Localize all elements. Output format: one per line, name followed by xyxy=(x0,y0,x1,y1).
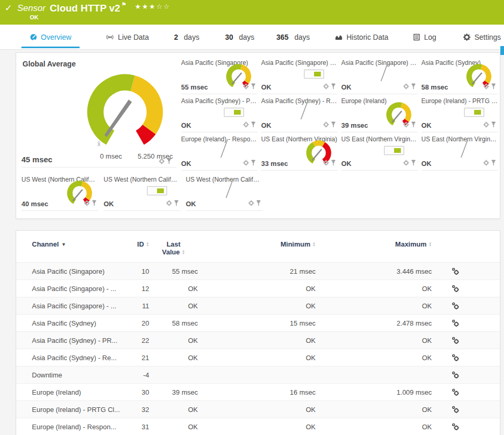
cell-maximum: 2.478 msec xyxy=(316,319,432,327)
tile-pin-icon[interactable] xyxy=(257,200,261,206)
sensor-header: ✓ Sensor Cloud HTTP v2 ⚑ ★★★☆☆ OK xyxy=(0,0,504,25)
cell-id: 30 xyxy=(131,388,149,396)
tile-pin-icon[interactable] xyxy=(252,160,255,166)
column-header-id[interactable]: ID ▲▼ xyxy=(131,240,149,248)
channel-tile[interactable]: Asia Pacific (Sydney) 58 msec xyxy=(421,56,498,94)
tab-365-days[interactable]: 365 days xyxy=(276,25,310,49)
tile-pin-icon[interactable] xyxy=(492,160,496,166)
tile-gear-icon[interactable] xyxy=(166,200,172,206)
channel-tile[interactable]: Asia Pacific (Singapore) 55 msec xyxy=(181,56,257,94)
table-row[interactable]: Asia Pacific (Singapore) - ... 12 OK OK … xyxy=(16,280,500,297)
column-header-minimum[interactable]: Minimum ▲▼ xyxy=(198,240,316,248)
tab-number: 365 xyxy=(276,33,288,41)
table-row[interactable]: Asia Pacific (Singapore) 10 55 msec 21 m… xyxy=(16,262,500,280)
tile-pin-icon[interactable] xyxy=(175,200,178,206)
column-header-last-value[interactable]: Last Value ▲▼ xyxy=(149,240,198,256)
tile-gear-icon[interactable] xyxy=(484,160,489,166)
broadcast-icon xyxy=(106,34,114,41)
tile-pin-icon[interactable] xyxy=(332,84,335,90)
tab-settings[interactable]: Settings xyxy=(463,25,501,49)
cell-channel: Downtime xyxy=(32,371,131,379)
tile-pin-icon[interactable] xyxy=(412,122,416,128)
global-average-tile[interactable]: Global Average x̄ 0 msec 5.250 msec 45 m… xyxy=(21,53,176,168)
channel-tile[interactable]: Asia Pacific (Sydney) - PRTG ... OK xyxy=(181,94,257,132)
tile-gear-icon[interactable] xyxy=(484,122,489,128)
channel-settings-icon[interactable] xyxy=(452,371,460,379)
scrollbar-thumb[interactable] xyxy=(500,46,504,55)
tile-gear-icon[interactable] xyxy=(323,122,329,128)
table-row[interactable]: Europe (Ireland) - Respon... 31 OK OK OK xyxy=(16,418,500,435)
channel-settings-icon[interactable] xyxy=(452,267,460,275)
cell-id: 10 xyxy=(131,267,149,275)
priority-stars[interactable]: ★★★☆☆ xyxy=(135,3,171,10)
status-ok-check-icon: ✓ xyxy=(5,3,12,14)
tile-gear-icon[interactable] xyxy=(249,200,254,206)
channel-settings-icon[interactable] xyxy=(452,337,460,344)
tile-pin-icon[interactable] xyxy=(332,160,335,166)
sort-arrows-icon: ▲▼ xyxy=(182,250,185,255)
tile-gear-icon[interactable] xyxy=(84,200,90,206)
tab-historic-data[interactable]: Historic Data xyxy=(335,25,388,49)
tile-gear-icon[interactable] xyxy=(243,160,249,166)
tab-overview[interactable]: Overview xyxy=(30,25,71,49)
tile-pin-icon[interactable] xyxy=(492,84,496,90)
tab-number: 30 xyxy=(225,33,233,41)
tile-gear-icon[interactable] xyxy=(404,160,409,166)
tile-pin-icon[interactable] xyxy=(332,122,335,128)
channel-tile[interactable]: US West (Northern California)... OK xyxy=(186,173,263,211)
tab-30-days[interactable]: 30 days xyxy=(225,25,254,49)
table-row[interactable]: Europe (Ireland) 30 39 msec 16 msec 1.00… xyxy=(16,383,500,400)
channel-tile[interactable]: US West (Northern California) 40 msec xyxy=(21,173,98,211)
channel-tile[interactable]: US East (Northern Virginia) 33 msec xyxy=(261,132,338,171)
channel-tile[interactable]: Europe (Ireland) - PRTG Cloud... OK xyxy=(421,94,498,132)
channel-tile[interactable]: US East (Northern Virginia) - ... OK xyxy=(421,132,498,171)
tab-live-data[interactable]: Live Data xyxy=(106,25,149,49)
column-header-maximum[interactable]: Maximum ▲▼ xyxy=(316,240,432,248)
table-row[interactable]: Asia Pacific (Sydney) - Re... 21 OK OK O… xyxy=(16,349,500,366)
cell-channel: Asia Pacific (Singapore) - ... xyxy=(32,302,131,310)
tile-pin-icon[interactable] xyxy=(252,122,255,128)
tile-gear-icon[interactable] xyxy=(243,122,249,128)
channel-settings-icon[interactable] xyxy=(452,354,460,362)
tile-gear-icon[interactable] xyxy=(159,159,165,164)
channel-settings-icon[interactable] xyxy=(452,302,460,310)
channel-settings-icon[interactable] xyxy=(452,423,460,431)
channel-settings-icon[interactable] xyxy=(452,406,460,414)
tab-label: days xyxy=(239,33,254,41)
channel-settings-icon[interactable] xyxy=(452,388,460,396)
column-header-channel[interactable]: Channel ▼ xyxy=(32,240,131,248)
tile-pin-icon[interactable] xyxy=(252,84,255,90)
channel-tile[interactable]: US West (Northern California)... OK xyxy=(104,173,181,211)
cell-minimum: 15 msec xyxy=(198,319,316,327)
tab-label: days xyxy=(294,33,310,41)
tile-pin-icon[interactable] xyxy=(492,122,496,128)
tile-pin-icon[interactable] xyxy=(412,160,416,166)
tile-gear-icon[interactable] xyxy=(404,122,409,128)
channel-tile[interactable]: Asia Pacific (Singapore) - Res... OK xyxy=(341,56,418,94)
tile-gear-icon[interactable] xyxy=(404,84,409,90)
sort-caret-icon: ▼ xyxy=(61,242,66,247)
tile-gear-icon[interactable] xyxy=(323,160,329,166)
channel-tile[interactable]: Europe (Ireland) - Response C... OK xyxy=(181,132,257,171)
channel-tile[interactable]: Asia Pacific (Singapore) - PR... OK xyxy=(261,56,338,94)
channel-settings-icon[interactable] xyxy=(452,285,460,293)
table-row[interactable]: Downtime -4 xyxy=(16,366,500,383)
table-row[interactable]: Asia Pacific (Singapore) - ... 11 OK OK … xyxy=(16,297,500,314)
tile-pin-icon[interactable] xyxy=(93,200,96,206)
tile-gear-icon[interactable] xyxy=(243,84,249,90)
tile-gear-icon[interactable] xyxy=(484,84,489,90)
tile-pin-icon[interactable] xyxy=(412,84,416,90)
channel-tile[interactable]: Asia Pacific (Sydney) - Respo... OK xyxy=(261,94,338,132)
tile-pin-icon[interactable] xyxy=(167,159,171,164)
sensor-kicker: Sensor xyxy=(17,2,46,15)
table-row[interactable]: Europe (Ireland) - PRTG Cl... 32 OK OK O… xyxy=(16,400,500,418)
channel-settings-icon[interactable] xyxy=(452,319,460,327)
channel-tile[interactable]: Europe (Ireland) 39 msec xyxy=(341,94,418,132)
table-row[interactable]: Asia Pacific (Sydney) - PR... 22 OK OK O… xyxy=(16,331,500,349)
channel-tile[interactable]: US East (Northern Virginia) - ... OK xyxy=(341,132,418,171)
tab-2-days[interactable]: 2 days xyxy=(174,25,199,49)
tile-gear-icon[interactable] xyxy=(323,84,329,90)
channel-tiles-grid: Asia Pacific (Singapore) 55 msec xyxy=(181,56,498,171)
tab-log[interactable]: Log xyxy=(413,25,436,49)
table-row[interactable]: Asia Pacific (Sydney) 20 58 msec 15 msec… xyxy=(16,314,500,331)
